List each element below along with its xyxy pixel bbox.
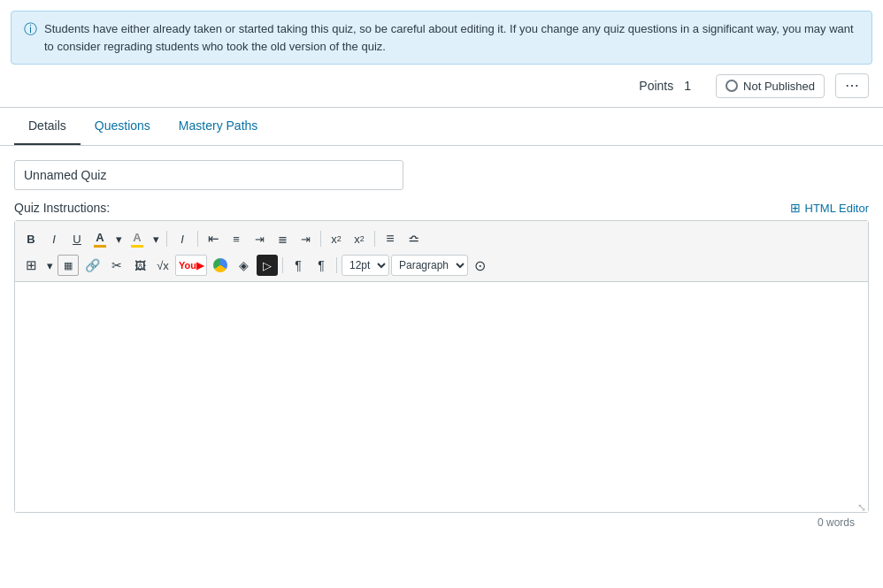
unordered-list-btn[interactable]: ≡ [380, 228, 401, 249]
header-bar: Points 1 Not Published ⋯ [0, 65, 883, 108]
alert-text: Students have either already taken or st… [44, 20, 859, 55]
table-dropdown-btn[interactable]: ▾ [43, 255, 56, 276]
link-btn[interactable]: 🔗 [81, 255, 104, 276]
html-editor-label: HTML Editor [805, 202, 869, 215]
googledocs-icon: ◈ [239, 258, 249, 272]
main-content: Quiz Instructions: ⊞ HTML Editor B I U A… [0, 146, 883, 546]
tab-details[interactable]: Details [14, 108, 81, 145]
tab-mastery-paths[interactable]: Mastery Paths [165, 108, 272, 145]
align-justify-btn[interactable]: ≣ [272, 228, 293, 249]
font-color-dropdown-btn[interactable]: ▾ [112, 228, 125, 249]
underline-btn[interactable]: U [66, 228, 88, 249]
ordered-list-btn[interactable]: ≏ [403, 228, 424, 249]
font-color-btn[interactable]: A [89, 226, 111, 251]
rte-toolbar: B I U A ▾ A ▾ I ⇤ [15, 221, 868, 282]
more-dots-icon: ⋯ [845, 78, 859, 93]
indent-btn[interactable]: ⇥ [295, 228, 316, 249]
align-right-btn[interactable]: ⇥ [249, 228, 270, 249]
bg-color-btn[interactable]: A [127, 226, 148, 251]
unlink-btn[interactable]: ✂ [106, 255, 127, 276]
media-embed-btn[interactable]: ▦ [58, 255, 79, 276]
separator-6 [336, 257, 337, 273]
separator-5 [282, 257, 283, 273]
video-btn[interactable]: ▷ [257, 255, 278, 276]
accessibility-btn[interactable]: ⊙ [470, 255, 491, 276]
font-size-select[interactable]: 12pt [342, 255, 389, 276]
youtube-icon: You▶ [179, 260, 203, 271]
toolbar-row-1: B I U A ▾ A ▾ I ⇤ [20, 225, 863, 253]
image-btn[interactable]: 🖼 [129, 255, 150, 276]
word-count-bar: 0 words [14, 513, 869, 532]
word-count-label: 0 words [818, 516, 855, 529]
alert-banner: ⓘ Students have either already taken or … [11, 11, 872, 65]
not-published-label: Not Published [743, 80, 815, 93]
paragraph-select[interactable]: Paragraph [391, 255, 468, 276]
bg-color-dropdown-btn[interactable]: ▾ [150, 228, 162, 249]
instructions-header: Quiz Instructions: ⊞ HTML Editor [14, 201, 869, 215]
separator-1 [166, 231, 167, 247]
html-editor-icon: ⊞ [790, 201, 801, 215]
instructions-label: Quiz Instructions: [14, 201, 110, 215]
not-published-button[interactable]: Not Published [716, 74, 825, 98]
separator-4 [374, 231, 375, 247]
googledocs-btn[interactable]: ◈ [234, 255, 255, 276]
bg-color-bar [131, 245, 143, 248]
points-label: Points [639, 79, 673, 93]
separator-2 [197, 231, 198, 247]
font-color-bar [94, 245, 106, 248]
subscript-btn[interactable]: x2 [349, 228, 370, 249]
bg-color-a-letter: A [133, 231, 141, 244]
italic-btn[interactable]: I [43, 228, 65, 249]
separator-3 [320, 231, 321, 247]
info-icon: ⓘ [24, 21, 37, 38]
align-center-btn[interactable]: ≡ [226, 228, 247, 249]
points-value: 1 [684, 79, 691, 93]
align-left-btn[interactable]: ⇤ [203, 228, 224, 249]
formula-btn[interactable]: √x [152, 255, 173, 276]
tabs-bar: Details Questions Mastery Paths [0, 108, 883, 146]
html-editor-link[interactable]: ⊞ HTML Editor [790, 201, 869, 215]
font-color-a-letter: A [96, 231, 104, 244]
resize-handle[interactable]: ⤡ [857, 501, 866, 510]
googledrive-btn[interactable] [209, 255, 232, 276]
not-published-icon [726, 80, 738, 92]
ltr-btn[interactable]: ¶ [288, 255, 309, 276]
rtl-btn[interactable]: ¶ [311, 255, 332, 276]
rte-container: B I U A ▾ A ▾ I ⇤ [14, 220, 869, 513]
youtube-btn[interactable]: You▶ [175, 255, 207, 276]
tab-questions[interactable]: Questions [81, 108, 165, 145]
googledrive-icon [213, 258, 227, 272]
rte-content-area[interactable]: ⤡ [15, 282, 868, 512]
bold-btn[interactable]: B [20, 228, 42, 249]
superscript-btn[interactable]: x2 [326, 228, 347, 249]
more-options-button[interactable]: ⋯ [835, 73, 869, 98]
italic2-btn[interactable]: I [172, 228, 193, 249]
toolbar-row-2: ⊞ ▾ ▦ 🔗 ✂ 🖼 √x You▶ [20, 253, 863, 278]
quiz-name-input[interactable] [14, 160, 403, 190]
table-btn[interactable]: ⊞ [20, 255, 42, 276]
